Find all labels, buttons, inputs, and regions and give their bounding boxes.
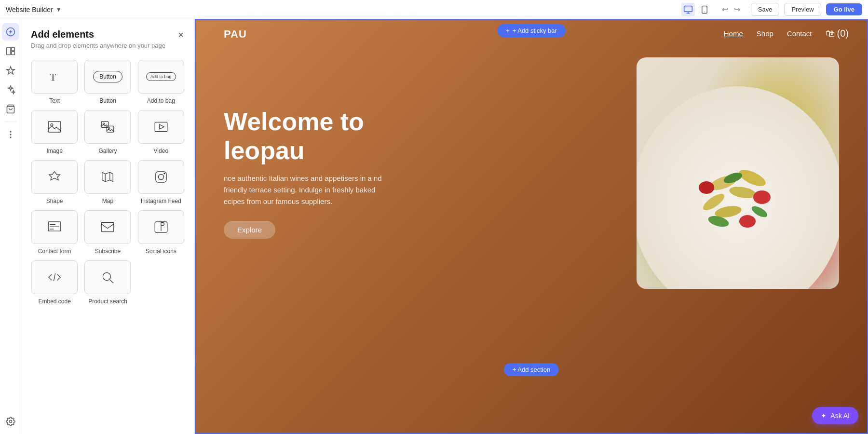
svg-point-46 bbox=[753, 190, 771, 204]
sidebar-item-design[interactable] bbox=[2, 62, 19, 79]
element-productsearch-icon-box[interactable] bbox=[84, 260, 131, 294]
svg-point-47 bbox=[699, 181, 714, 194]
element-contactform[interactable]: Contact form bbox=[31, 210, 78, 255]
add-section-label: + Add section bbox=[513, 366, 550, 373]
add-elements-panel: Add elements Drag and drop elements anyw… bbox=[21, 19, 195, 434]
element-instagram-icon-box[interactable] bbox=[138, 160, 184, 194]
preview-hero-text: Welcome toleopau nce authentic Italian w… bbox=[224, 108, 617, 239]
sidebar-item-ai[interactable] bbox=[2, 81, 19, 98]
svg-rect-21 bbox=[107, 126, 114, 132]
add-section-button[interactable]: + Add section bbox=[504, 363, 559, 376]
element-contactform-label: Contact form bbox=[38, 248, 71, 255]
ask-ai-button[interactable]: ✦ Ask AI bbox=[812, 407, 858, 424]
preview-cart[interactable]: 🛍 (0) bbox=[826, 28, 849, 39]
preview-frame: PAU Home Shop Contact 🛍 (0) + Add se bbox=[195, 19, 868, 434]
svg-rect-0 bbox=[684, 6, 692, 12]
svg-rect-8 bbox=[6, 48, 10, 55]
element-social[interactable]: Social icons bbox=[137, 210, 185, 255]
explore-button[interactable]: Explore bbox=[224, 221, 275, 239]
svg-rect-17 bbox=[48, 122, 61, 132]
element-gallery-label: Gallery bbox=[98, 148, 117, 154]
svg-point-29 bbox=[158, 174, 163, 179]
element-button-label: Button bbox=[99, 97, 116, 104]
element-addtobag[interactable]: Add to bag Add to bag bbox=[137, 60, 185, 104]
preview-nav-links: Home Shop Contact 🛍 (0) bbox=[724, 28, 849, 39]
device-switcher bbox=[681, 3, 711, 16]
element-shape[interactable]: Shape bbox=[31, 160, 78, 204]
sidebar-item-layers[interactable] bbox=[2, 42, 19, 60]
element-map-icon-box[interactable] bbox=[84, 160, 131, 194]
element-embed-icon-box[interactable] bbox=[31, 260, 78, 294]
element-gallery[interactable]: Gallery bbox=[84, 110, 131, 154]
element-text-icon-box[interactable]: T bbox=[31, 60, 78, 94]
elements-grid: T Text Button Button Add to bag Add to b… bbox=[21, 54, 194, 314]
brand-chevron[interactable]: ▼ bbox=[56, 6, 62, 13]
svg-point-14 bbox=[10, 137, 11, 138]
sidebar-item-store[interactable] bbox=[2, 100, 19, 118]
add-sticky-bar-button[interactable]: + + Add sticky bar bbox=[497, 24, 566, 37]
element-image[interactable]: Image bbox=[31, 110, 78, 154]
element-image-icon-box[interactable] bbox=[31, 110, 78, 144]
element-social-icon-box[interactable] bbox=[138, 210, 184, 244]
sidebar-item-settings[interactable] bbox=[2, 413, 19, 430]
element-video[interactable]: Video bbox=[137, 110, 185, 154]
element-image-label: Image bbox=[46, 148, 62, 154]
svg-marker-25 bbox=[49, 172, 60, 180]
element-map-label: Map bbox=[102, 198, 113, 204]
toolbar-right: ↩ ↪ Save Preview Go live bbox=[681, 3, 862, 16]
svg-rect-19 bbox=[102, 122, 108, 128]
element-button[interactable]: Button Button bbox=[84, 60, 131, 104]
element-subscribe[interactable]: Subscribe bbox=[84, 210, 131, 255]
element-subscribe-icon-box[interactable] bbox=[84, 210, 131, 244]
element-gallery-icon-box[interactable] bbox=[84, 110, 131, 144]
panel-subtitle: Drag and drop elements anywhere on your … bbox=[31, 42, 165, 49]
element-instagram[interactable]: Instagram Feed bbox=[137, 160, 185, 204]
ask-ai-icon: ✦ bbox=[821, 412, 827, 420]
preview-button[interactable]: Preview bbox=[784, 3, 821, 16]
nav-link-home[interactable]: Home bbox=[724, 29, 743, 38]
svg-point-12 bbox=[10, 131, 11, 132]
element-map[interactable]: Map bbox=[84, 160, 131, 204]
undo-button[interactable]: ↩ bbox=[720, 3, 730, 16]
svg-point-13 bbox=[10, 134, 11, 135]
redo-button[interactable]: ↪ bbox=[732, 3, 742, 16]
panel-close-button[interactable]: × bbox=[177, 29, 185, 41]
mobile-icon[interactable] bbox=[698, 3, 711, 16]
sidebar-item-more[interactable] bbox=[2, 126, 19, 143]
element-shape-icon-box[interactable] bbox=[31, 160, 78, 194]
svg-rect-31 bbox=[48, 222, 61, 231]
cart-count: (0) bbox=[837, 28, 849, 39]
svg-point-15 bbox=[9, 420, 12, 423]
element-social-label: Social icons bbox=[146, 248, 176, 255]
element-embed[interactable]: Embed code bbox=[31, 260, 78, 305]
sidebar-item-add[interactable] bbox=[2, 23, 19, 41]
preview-hero-title: Welcome toleopau bbox=[224, 108, 617, 165]
panel-header: Add elements Drag and drop elements anyw… bbox=[21, 19, 194, 54]
element-text[interactable]: T Text bbox=[31, 60, 78, 104]
element-addtobag-icon-box[interactable]: Add to bag bbox=[138, 60, 184, 94]
element-video-label: Video bbox=[154, 148, 168, 154]
svg-line-39 bbox=[110, 280, 113, 283]
element-shape-label: Shape bbox=[46, 198, 63, 204]
brand-area: Website Builder ▼ bbox=[6, 6, 62, 14]
preview-brand: PAU bbox=[224, 28, 247, 41]
svg-point-30 bbox=[164, 173, 165, 174]
desktop-icon[interactable] bbox=[681, 3, 695, 16]
element-subscribe-label: Subscribe bbox=[95, 248, 121, 255]
main-area: Add elements Drag and drop elements anyw… bbox=[0, 19, 868, 434]
element-button-icon-box[interactable]: Button bbox=[84, 60, 131, 94]
cart-icon: 🛍 bbox=[826, 28, 835, 39]
nav-link-shop[interactable]: Shop bbox=[757, 29, 773, 38]
top-bar: Website Builder ▼ ↩ ↪ Save Preview Go li… bbox=[0, 0, 868, 19]
svg-rect-10 bbox=[11, 52, 14, 55]
element-productsearch[interactable]: Product search bbox=[84, 260, 131, 305]
element-video-icon-box[interactable] bbox=[138, 110, 184, 144]
sticky-bar-label: + Add sticky bar bbox=[513, 27, 557, 34]
golive-button[interactable]: Go live bbox=[826, 3, 862, 15]
nav-link-contact[interactable]: Contact bbox=[787, 29, 812, 38]
element-contactform-icon-box[interactable] bbox=[31, 210, 78, 244]
save-button[interactable]: Save bbox=[751, 3, 780, 16]
svg-rect-23 bbox=[155, 122, 167, 131]
svg-rect-35 bbox=[102, 222, 114, 231]
element-addtobag-label: Add to bag bbox=[147, 97, 175, 104]
